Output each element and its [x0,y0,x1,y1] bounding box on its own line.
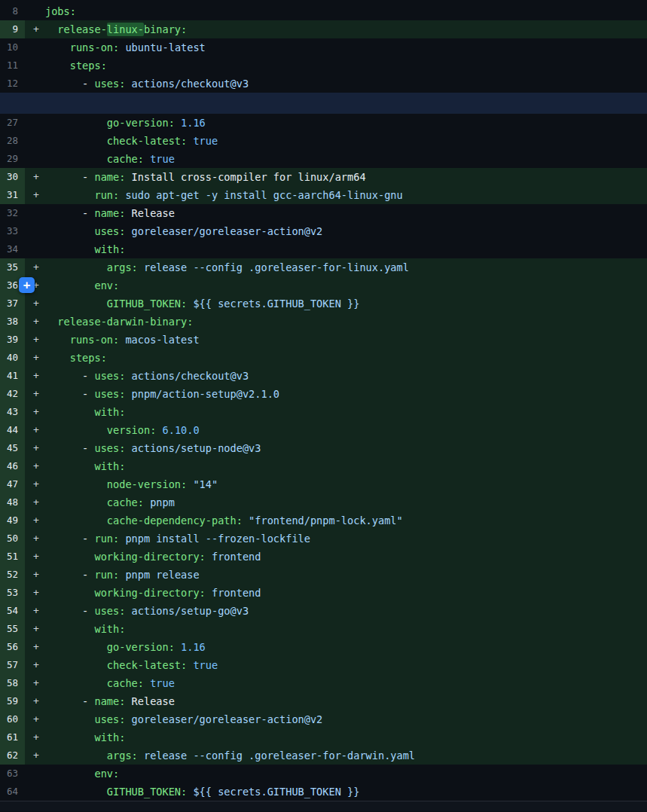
line-number[interactable]: 9 [0,20,25,38]
added-line-marker: + [25,548,45,566]
line-number[interactable]: 28 [0,132,25,150]
line-number[interactable]: 60 [0,710,25,728]
line-number[interactable]: 34 [0,240,25,258]
code-text: env: [45,276,647,295]
diff-line-12: 12 - uses: actions/checkout@v3 [0,75,647,93]
line-number[interactable]: 63 [0,765,25,783]
line-number[interactable]: 61 [0,728,25,746]
line-number[interactable]: 53 [0,584,25,602]
context-line-marker [25,114,45,132]
line-number[interactable]: 11 [0,56,25,75]
diff-line-8: 8jobs: [0,2,647,20]
line-number[interactable]: 44 [0,421,25,439]
code-token: true [187,135,218,147]
diff-line-62: 62+ args: release --config .goreleaser-f… [0,746,647,765]
word-diff-highlight: linux- [107,23,144,36]
code-token: with: [45,406,125,418]
line-number[interactable]: 27 [0,114,25,132]
diff-line-64: 64 GITHUB_TOKEN: ${{ secrets.GITHUB_TOKE… [0,783,647,801]
code-token: "frontend/pnpm-lock.yaml" [243,514,403,527]
line-number[interactable]: 39 [0,331,25,349]
added-line-marker: + [25,331,45,349]
added-line-marker: + [25,584,45,602]
diff-line-60: 60+ uses: goreleaser/goreleaser-action@v… [0,710,647,728]
line-number[interactable]: 32 [0,204,25,222]
code-text: env: [45,765,647,783]
diff-line-42: 42+ - uses: pnpm/action-setup@v2.1.0 [0,385,647,403]
line-number[interactable]: 48 [0,493,25,511]
line-number[interactable]: 52 [0,566,25,584]
diff-line-43: 43+ with: [0,403,647,421]
code-token: env: [45,279,119,292]
code-token: ${{ secrets.GITHUB_TOKEN }} [187,786,359,798]
line-number[interactable]: 37 [0,295,25,313]
line-number[interactable]: 56 [0,638,25,656]
added-line-marker: + [25,295,45,313]
line-number[interactable]: 30 [0,168,25,186]
line-number[interactable]: 10 [0,38,25,56]
code-text: GITHUB_TOKEN: ${{ secrets.GITHUB_TOKEN }… [45,783,647,801]
code-token: env: [45,768,119,780]
line-number[interactable]: 51 [0,548,25,566]
line-number[interactable]: 49 [0,511,25,530]
code-token: cache-dependency-path: [45,514,243,527]
line-number[interactable]: 38 [0,313,25,331]
code-text: go-version: 1.16 [45,638,647,656]
line-number[interactable]: 41 [0,367,25,385]
line-number[interactable]: 45 [0,439,25,457]
code-token: name: [94,171,125,183]
code-token: Release [125,695,174,707]
line-number[interactable]: 29 [0,150,25,168]
added-line-marker: + [25,530,45,548]
add-line-comment-button[interactable]: + [19,277,35,293]
added-line-marker: + [25,367,45,385]
code-token: name: [94,695,125,707]
code-text: with: [45,240,647,258]
added-line-marker: + [25,475,45,493]
code-token: macos-latest [119,334,199,346]
code-text: release-linux-binary: [45,20,647,38]
code-token: working-directory: [45,587,206,599]
diff-line-45: 45+ - uses: actions/setup-node@v3 [0,439,647,457]
added-line-marker: + [25,493,45,511]
code-text: check-latest: true [45,132,647,150]
line-number[interactable]: 57 [0,656,25,674]
line-number[interactable]: 31 [0,186,25,204]
line-number[interactable]: 43 [0,403,25,421]
line-number[interactable]: 33 [0,222,25,240]
line-number[interactable]: 58 [0,674,25,692]
code-token: Install cross-compiler for linux/arm64 [125,171,365,183]
code-token: goreleaser/goreleaser-action@v2 [125,713,322,725]
line-number[interactable]: 42 [0,385,25,403]
code-token: - [45,533,94,545]
code-text: with: [45,620,647,638]
line-number[interactable]: 8 [0,2,25,20]
line-number[interactable]: 50 [0,530,25,548]
diff-line-46: 46+ with: [0,457,647,475]
code-token: with: [45,243,125,255]
added-line-marker: + [25,258,45,276]
diff-line-28: 28 check-latest: true [0,132,647,150]
line-number[interactable]: 62 [0,746,25,765]
context-line-marker [25,783,45,801]
line-number[interactable]: 64 [0,783,25,801]
code-text: args: release --config .goreleaser-for-d… [45,746,647,765]
diff-line-39: 39+ runs-on: macos-latest [0,331,647,349]
added-line-marker: + [25,439,45,457]
code-token: - [45,695,94,707]
diff-line-48: 48+ cache: pnpm [0,493,647,511]
line-number[interactable]: 12 [0,75,25,93]
line-number[interactable]: 40 [0,349,25,367]
expand-hidden-lines-band[interactable] [0,93,647,114]
code-token: run: [45,189,119,201]
line-number[interactable]: 59 [0,692,25,710]
code-token: - [45,569,94,581]
line-number[interactable]: 35 [0,258,25,276]
line-number[interactable]: 55 [0,620,25,638]
line-number[interactable]: 46 [0,457,25,475]
diff-line-10: 10 runs-on: ubuntu-latest [0,38,647,56]
line-number[interactable]: 47 [0,475,25,493]
code-token: - [45,442,94,454]
context-line-marker [25,150,45,168]
line-number[interactable]: 54 [0,602,25,620]
